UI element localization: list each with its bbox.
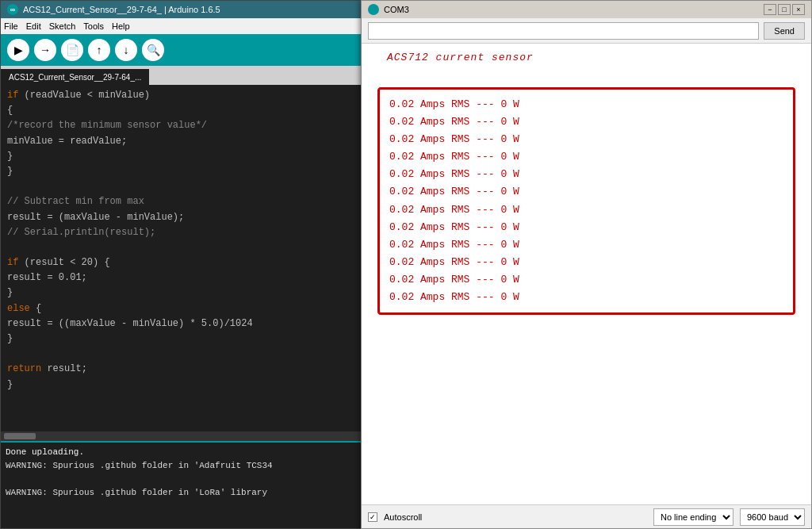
- arduino-ide-window: ∞ ACS12_Current_Sensor__29-7-64_ | Ardui…: [0, 0, 365, 529]
- arduino-title: ACS12_Current_Sensor__29-7-64_ | Arduino…: [23, 5, 220, 14]
- autoscroll-checkbox[interactable]: ✓: [368, 512, 377, 522]
- serial-logo: [368, 4, 379, 15]
- arduino-tab-label: ACS12_Current_Sensor__29-7-64_...: [9, 73, 141, 82]
- arduino-titlebar: ∞ ACS12_Current_Sensor__29-7-64_ | Ardui…: [1, 1, 364, 18]
- serial-data-line-9: 0.02 Amps RMS --- 0 W: [389, 236, 783, 254]
- code-line-17: }: [7, 332, 358, 347]
- arduino-menubar: File Edit Sketch Tools Help: [1, 18, 364, 34]
- upload-button[interactable]: →: [34, 39, 56, 61]
- serial-output-area: ACS712 current sensor 0.02 Amps RMS --- …: [362, 44, 811, 504]
- arduino-code-area[interactable]: if (readValue < minValue) { /*record the…: [1, 85, 364, 431]
- line-ending-select[interactable]: No line ending: [653, 508, 733, 526]
- code-line-2: {: [7, 103, 358, 118]
- serial-data-line-8: 0.02 Amps RMS --- 0 W: [389, 219, 783, 236]
- code-line-19: return result;: [7, 362, 358, 377]
- maximize-button[interactable]: □: [778, 4, 791, 15]
- console-warning2: WARNING: Spurious .github folder in 'LoR…: [6, 486, 359, 500]
- code-line-1: if (readValue < minValue): [7, 88, 358, 103]
- minimize-button[interactable]: −: [764, 4, 776, 15]
- code-line-4: minValue = readValue;: [7, 134, 358, 149]
- autoscroll-label: Autoscroll: [384, 512, 422, 522]
- serial-data-line-11: 0.02 Amps RMS --- 0 W: [389, 271, 783, 289]
- code-line-16: result = ((maxValue - minValue) * 5.0)/1…: [7, 316, 358, 332]
- close-button[interactable]: ×: [792, 4, 805, 15]
- menu-help[interactable]: Help: [112, 21, 130, 31]
- code-line-13: result = 0.01;: [7, 270, 358, 286]
- serial-data-line-12: 0.02 Amps RMS --- 0 W: [389, 289, 783, 306]
- arduino-logo: ∞: [7, 4, 18, 15]
- code-line-11: [7, 240, 358, 255]
- menu-edit[interactable]: Edit: [26, 21, 41, 31]
- serial-data-line-4: 0.02 Amps RMS --- 0 W: [389, 148, 783, 166]
- code-line-15: else {: [7, 301, 358, 316]
- open-button[interactable]: ↑: [88, 39, 110, 61]
- serial-send-button[interactable]: Send: [764, 22, 805, 40]
- serial-monitor-window: COM3 − □ × Send ACS712 current sensor 0.…: [361, 0, 812, 529]
- monitor-button[interactable]: 🔍: [142, 39, 164, 61]
- console-done-line: Done uploading.: [6, 446, 359, 459]
- arduino-toolbar: ▶ → 📄 ↑ ↓ 🔍: [1, 34, 364, 66]
- baud-rate-select[interactable]: 9600 baud: [740, 508, 805, 526]
- code-line-7: [7, 179, 358, 194]
- arduino-console: Done uploading. WARNING: Spurious .githu…: [1, 441, 364, 528]
- serial-titlebar-controls: − □ ×: [764, 4, 805, 15]
- serial-data-line-10: 0.02 Amps RMS --- 0 W: [389, 254, 783, 271]
- menu-file[interactable]: File: [4, 21, 18, 31]
- serial-input-field[interactable]: [368, 22, 759, 40]
- serial-title: COM3: [384, 5, 409, 14]
- serial-data-line-5: 0.02 Amps RMS --- 0 W: [389, 166, 783, 183]
- serial-data-box: 0.02 Amps RMS --- 0 W 0.02 Amps RMS --- …: [377, 87, 795, 315]
- serial-data-line-7: 0.02 Amps RMS --- 0 W: [389, 201, 783, 219]
- new-button[interactable]: 📄: [61, 39, 83, 61]
- arduino-tab-bar: ACS12_Current_Sensor__29-7-64_...: [1, 66, 364, 85]
- serial-titlebar-left: COM3: [368, 4, 409, 15]
- console-warning1: WARNING: Spurious .github folder in 'Ada…: [6, 459, 359, 473]
- code-line-5: }: [7, 149, 358, 164]
- verify-button[interactable]: ▶: [7, 39, 29, 61]
- serial-header-text: ACS712 current sensor: [387, 52, 534, 63]
- code-line-6: }: [7, 164, 358, 179]
- code-line-8: // Subtract min from max: [7, 194, 358, 209]
- serial-data-line-6: 0.02 Amps RMS --- 0 W: [389, 183, 783, 201]
- arduino-tab[interactable]: ACS12_Current_Sensor__29-7-64_...: [1, 69, 149, 85]
- code-line-12: if (result < 20) {: [7, 255, 358, 270]
- serial-data-line-1: 0.02 Amps RMS --- 0 W: [389, 96, 783, 113]
- serial-data-line-2: 0.02 Amps RMS --- 0 W: [389, 113, 783, 131]
- serial-data-line-3: 0.02 Amps RMS --- 0 W: [389, 131, 783, 148]
- code-line-9: result = (maxValue - minValue);: [7, 210, 358, 225]
- serial-titlebar: COM3 − □ ×: [362, 1, 811, 18]
- code-line-20: }: [7, 378, 358, 393]
- code-line-14: }: [7, 286, 358, 301]
- code-line-18: [7, 347, 358, 362]
- code-line-10: // Serial.println(result);: [7, 225, 358, 240]
- horizontal-scrollbar[interactable]: [1, 431, 364, 441]
- serial-input-bar: Send: [362, 18, 811, 44]
- code-line-3: /*record the minimum sensor value*/: [7, 118, 358, 133]
- serial-footer: ✓ Autoscroll No line ending 9600 baud: [362, 504, 811, 528]
- menu-sketch[interactable]: Sketch: [49, 21, 76, 31]
- save-button[interactable]: ↓: [115, 39, 137, 61]
- menu-tools[interactable]: Tools: [83, 21, 104, 31]
